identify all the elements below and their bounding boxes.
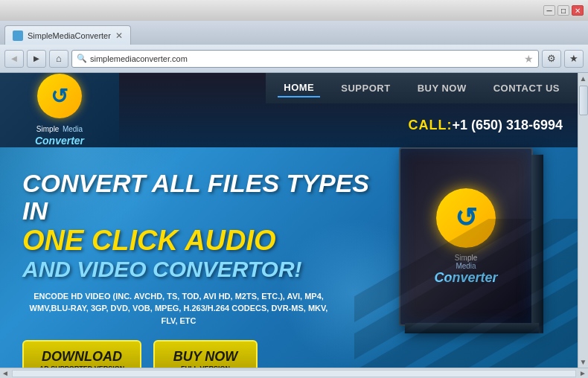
background-stripes xyxy=(354,219,578,368)
gear-icon: ⚙ xyxy=(547,53,556,64)
site-content: ↺ Simple Media Converter HOME xyxy=(0,73,578,368)
back-button[interactable]: ◄ xyxy=(4,50,24,68)
content-area: ↺ Simple Media Converter HOME xyxy=(0,73,588,368)
logo-area: ↺ Simple Media Converter xyxy=(0,73,119,147)
vertical-scrollbar[interactable]: ▲ ▼ xyxy=(578,73,588,368)
download-button-sublabel: AD SUPPORTED VERSION xyxy=(39,365,125,368)
title-bar: ─ □ ✕ xyxy=(0,0,588,21)
logo-text-area: Simple Media Converter xyxy=(35,121,84,147)
address-bar[interactable]: 🔍 simplemediaconverter.com ★ xyxy=(71,50,539,68)
settings-button[interactable]: ⚙ xyxy=(542,50,561,68)
home-button[interactable]: ⌂ xyxy=(49,50,68,68)
forward-button[interactable]: ► xyxy=(27,50,46,68)
call-number: +1 (650) 318-6994 xyxy=(452,118,563,133)
logo-media: Media xyxy=(63,125,83,133)
buy-now-button-sublabel: FULL VERSION xyxy=(170,365,241,368)
logo-icon: ↺ xyxy=(37,74,82,118)
tab-favicon xyxy=(13,31,23,41)
hero-headline-2: ONE CLICK AUDIO xyxy=(22,225,380,257)
hero-headline-1: CONVERT ALL FILES TYPES IN xyxy=(22,170,380,225)
horizontal-scroll-track[interactable] xyxy=(12,370,576,377)
scroll-left-button[interactable]: ◄ xyxy=(1,369,9,377)
star-button[interactable]: ★ xyxy=(564,50,584,68)
download-button-label: DOWNLOAD xyxy=(39,349,125,365)
logo-converter: Converter xyxy=(35,135,84,147)
tab-bar: SimpleMediaConverter ✕ xyxy=(0,21,588,45)
browser-frame: ─ □ ✕ SimpleMediaConverter ✕ ◄ ► ⌂ 🔍 sim… xyxy=(0,0,588,378)
nav-buy-now[interactable]: BUY NOW xyxy=(412,80,473,97)
bookmark-icon: ★ xyxy=(569,53,578,64)
logo-box: ↺ Simple Media Converter xyxy=(35,74,84,147)
call-label: CALL: xyxy=(408,118,452,133)
address-text: simplemediaconverter.com xyxy=(90,54,521,63)
nav-support[interactable]: SUPPORT xyxy=(335,80,396,97)
browser-tab[interactable]: SimpleMediaConverter ✕ xyxy=(4,25,131,45)
scroll-right-button[interactable]: ► xyxy=(579,369,587,377)
scroll-thumb[interactable] xyxy=(579,86,588,115)
nav-links: HOME SUPPORT BUY NOW CONTACT US xyxy=(266,73,578,103)
home-icon: ⌂ xyxy=(56,53,62,64)
horizontal-scrollbar[interactable]: ◄ ► xyxy=(0,368,588,378)
buy-now-button[interactable]: BUY NOW FULL VERSION xyxy=(153,340,258,368)
forward-icon: ► xyxy=(32,53,42,64)
close-button[interactable]: ✕ xyxy=(572,5,584,16)
header-nav: HOME SUPPORT BUY NOW CONTACT US CALL: +1… xyxy=(119,73,578,147)
nav-contact-us[interactable]: CONTACT US xyxy=(488,80,566,97)
logo-simple: Simple xyxy=(36,125,60,133)
hero-description: ENCODE HD VIDEO (INC. AVCHD, TS, TOD, AV… xyxy=(22,290,335,327)
tab-label: SimpleMediaConverter xyxy=(28,31,111,40)
hero-headline-3: AND VIDEO CONVERTOR! xyxy=(22,257,380,281)
scroll-up-button[interactable]: ▲ xyxy=(580,74,587,83)
download-button[interactable]: DOWNLOAD AD SUPPORTED VERSION xyxy=(22,340,141,368)
main-content: ↺ Simple Media Converter HOME xyxy=(0,73,578,368)
star-icon[interactable]: ★ xyxy=(524,53,534,65)
window-controls: ─ □ ✕ xyxy=(543,5,584,16)
navigation-bar: ◄ ► ⌂ 🔍 simplemediaconverter.com ★ ⚙ ★ xyxy=(0,45,588,73)
call-bar: CALL: +1 (650) 318-6994 xyxy=(408,103,578,147)
logo-arrow-icon: ↺ xyxy=(51,84,68,109)
minimize-button[interactable]: ─ xyxy=(543,5,555,16)
maximize-button[interactable]: □ xyxy=(557,5,569,16)
back-icon: ◄ xyxy=(10,53,19,64)
tab-close-icon[interactable]: ✕ xyxy=(115,31,123,41)
buy-now-button-label: BUY NOW xyxy=(170,349,241,365)
scroll-down-button[interactable]: ▼ xyxy=(580,358,587,366)
nav-home[interactable]: HOME xyxy=(278,79,320,97)
site-header: ↺ Simple Media Converter HOME xyxy=(0,73,578,147)
